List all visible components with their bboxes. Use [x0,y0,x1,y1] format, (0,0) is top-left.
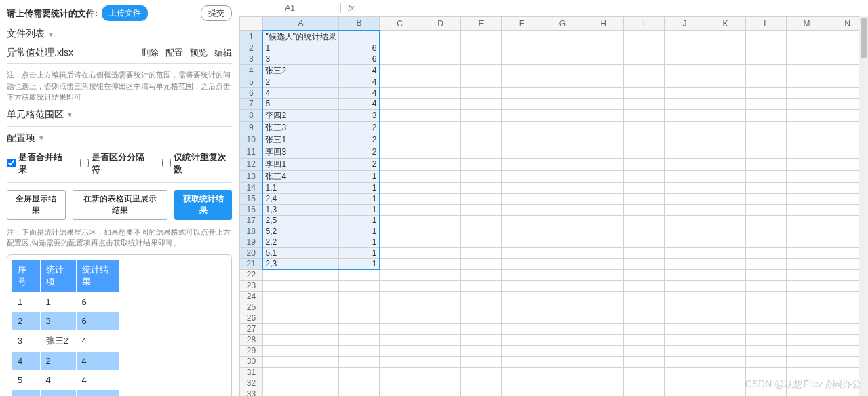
cell[interactable] [787,323,827,334]
cell[interactable] [705,146,746,158]
cell[interactable] [583,291,624,302]
cell[interactable] [262,367,338,378]
cell[interactable] [624,170,665,182]
cell[interactable] [380,158,420,170]
cell[interactable] [705,204,746,215]
cell[interactable] [787,291,827,302]
row-header[interactable]: 29 [239,345,262,356]
cell[interactable] [380,291,420,302]
cell[interactable] [502,182,542,193]
cell[interactable] [380,98,420,109]
cell[interactable] [705,182,746,193]
cell[interactable] [461,121,502,134]
cell[interactable] [380,170,420,182]
cell[interactable] [705,323,746,334]
cell[interactable] [583,204,624,215]
column-header[interactable]: L [746,17,787,31]
cell[interactable] [583,334,624,345]
cell[interactable] [583,193,624,204]
cell[interactable] [705,170,746,182]
cell[interactable] [461,146,502,158]
cell[interactable] [665,367,705,378]
cell[interactable] [380,109,420,121]
cell[interactable] [665,323,705,334]
cell[interactable] [665,87,705,98]
cell[interactable] [787,158,827,170]
cell[interactable]: 2 [339,146,380,158]
cell[interactable] [665,31,705,43]
cell[interactable] [665,134,705,146]
cell[interactable] [624,280,665,291]
cell[interactable] [583,302,624,313]
cell[interactable] [746,389,787,396]
cell[interactable]: 1 [339,258,380,269]
row-header[interactable]: 24 [239,291,262,302]
sheet-area[interactable]: ABCDEFGHIJKLMN 1"候选人"的统计结果2163364张三24524… [239,16,868,396]
cell[interactable] [787,345,827,356]
cell[interactable] [461,291,502,302]
cell[interactable] [262,269,338,280]
cell[interactable] [787,43,827,54]
cell[interactable] [705,158,746,170]
cell[interactable] [787,248,827,258]
cell[interactable] [420,158,461,170]
cell[interactable] [624,158,665,170]
cell[interactable] [665,226,705,237]
cell[interactable]: 张三1 [262,134,338,146]
cell[interactable] [583,134,624,146]
cell[interactable] [624,43,665,54]
cell[interactable] [502,367,542,378]
cell[interactable] [502,248,542,258]
cell[interactable]: 1 [339,204,380,215]
cell[interactable] [624,389,665,396]
cell[interactable] [705,378,746,389]
cell[interactable] [705,334,746,345]
cell[interactable] [624,334,665,345]
cell[interactable] [746,215,787,226]
cell[interactable] [665,389,705,396]
cell[interactable] [787,77,827,87]
new-page-button[interactable]: 在新的表格页里展示结果 [73,190,168,220]
cell[interactable] [420,134,461,146]
dup-only-checkbox[interactable]: 仅统计重复次数 [162,151,232,176]
cell[interactable] [705,237,746,248]
cell[interactable] [420,291,461,302]
cell[interactable] [705,54,746,64]
cell[interactable] [583,269,624,280]
cell[interactable] [380,121,420,134]
row-header[interactable]: 3 [239,54,262,64]
cell[interactable] [542,204,583,215]
cell[interactable] [380,258,420,269]
cell[interactable] [542,193,583,204]
cell[interactable] [502,121,542,134]
column-header[interactable]: B [339,17,380,31]
cell[interactable] [746,291,787,302]
cell[interactable] [461,248,502,258]
cell[interactable] [380,134,420,146]
cell[interactable] [746,182,787,193]
cell[interactable] [705,248,746,258]
cell[interactable] [624,77,665,87]
row-header[interactable]: 17 [239,215,262,226]
cell[interactable] [380,313,420,323]
cell[interactable] [502,87,542,98]
cell[interactable] [665,193,705,204]
cell[interactable] [339,345,380,356]
cell[interactable] [665,158,705,170]
cell[interactable] [502,226,542,237]
config-link[interactable]: 配置 [165,47,183,59]
cell[interactable] [746,193,787,204]
cell[interactable]: "候选人"的统计结果 [262,31,338,43]
cell[interactable] [339,334,380,345]
cell[interactable] [665,356,705,367]
cell[interactable] [787,378,827,389]
cell[interactable] [542,334,583,345]
cell[interactable] [502,204,542,215]
cell[interactable] [583,31,624,43]
row-header[interactable]: 26 [239,313,262,323]
cell[interactable]: 4 [339,98,380,109]
cell[interactable] [262,323,338,334]
cell[interactable] [380,193,420,204]
cell[interactable] [420,367,461,378]
cell[interactable] [542,98,583,109]
